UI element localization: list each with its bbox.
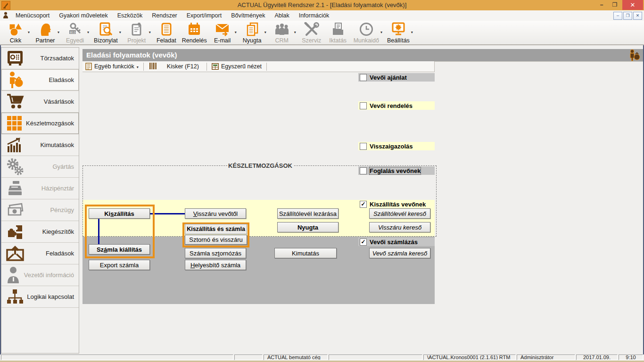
close-button[interactable]	[622, 0, 643, 10]
flow-step-label: Foglalás vevőnek	[370, 167, 421, 174]
sidebar-item-torzsadatok[interactable]: Törzsadatok	[1, 48, 79, 69]
kiszallitas-button[interactable]: Kiszállítás	[89, 208, 150, 219]
button-label: Helyesbítő számla	[190, 262, 240, 269]
export-szamla-button[interactable]: Export számla	[89, 260, 150, 270]
menu-export-import[interactable]: Export/import	[182, 10, 226, 21]
toolbar-item-egyedi: 0110 Egyedi	[64, 22, 86, 44]
menu-bovitmenyek[interactable]: Bővítmények	[226, 10, 270, 21]
flow-step-vevoi-szamlazas[interactable]: ✓ Vevői számlázás	[358, 238, 435, 246]
minimize-button[interactable]	[596, 0, 607, 10]
menu-gyakori-muveletek[interactable]: Gyakori műveletek	[54, 10, 113, 21]
egyedi-dropdown-arrow[interactable]	[87, 30, 89, 34]
szallitolevel-kereso-button[interactable]: Szállítólevél kereső	[369, 208, 430, 219]
menu-informaciok[interactable]: Információk	[294, 10, 334, 21]
bizonylat-dropdown-arrow[interactable]	[119, 30, 121, 34]
puzzle-icon	[6, 223, 27, 241]
receipts-icon	[245, 22, 259, 37]
crm-dropdown-arrow[interactable]	[294, 30, 296, 34]
sidebar-item-hazipenztar: Házipénztár	[1, 178, 79, 199]
sidebar-label: Pénzügy	[50, 206, 74, 214]
money-icon	[6, 202, 27, 218]
helyesbito-szamla-button[interactable]: Helyesbítő számla	[185, 260, 246, 270]
visszaru-vevotol-button[interactable]: Visszáru vevőtől	[185, 208, 246, 219]
mdi-restore-button[interactable]	[623, 12, 632, 20]
view-icon	[212, 63, 219, 70]
status-segment-empty	[329, 354, 422, 360]
other-functions-button[interactable]: Egyéb funkciók	[83, 62, 141, 72]
cikk-dropdown-arrow[interactable]	[28, 30, 30, 34]
mdi-close-button[interactable]	[633, 12, 642, 20]
flow-step-foglalas-vevonek[interactable]: Foglalás vevőnek	[358, 166, 435, 175]
main-toolbar: Cikk Partner 0110 Egyedi Bizonylat	[0, 21, 644, 45]
toolbar-item-partner[interactable]: Partner	[34, 22, 56, 44]
projekt-dropdown-arrow[interactable]	[149, 30, 151, 34]
szamla-sztornozas-button[interactable]: Számla sztornózás	[185, 248, 246, 258]
cart-icon	[6, 93, 27, 111]
sidebar-label: Vezetői információ	[24, 272, 74, 279]
menu-eszkozok[interactable]: Eszközök	[113, 10, 148, 21]
sidebar-item-keszletmozgasok[interactable]: Készletmozgások	[1, 113, 79, 134]
toolbar-item-bizonylat[interactable]: Bizonylat	[94, 22, 118, 44]
menu-ablak[interactable]: Ablak	[270, 10, 294, 21]
nyugta-dropdown-arrow[interactable]	[264, 30, 266, 34]
module-sidebar: Törzsadatok Eladások Vásárlások Készletm…	[1, 47, 79, 354]
toolbar-label: Egyedi	[66, 37, 84, 44]
kimutatas-button[interactable]: Kimutatás	[274, 248, 337, 258]
toolbar-item-cikk[interactable]: Cikk	[5, 22, 26, 44]
toolbar-label: Iktatás	[329, 37, 347, 44]
toolbar-item-feladat[interactable]: Feladat	[156, 22, 177, 44]
checkbox[interactable]	[360, 167, 367, 174]
menu-person-icon	[3, 12, 9, 20]
flow-step-vevoi-rendeles[interactable]: Vevői rendelés	[358, 101, 435, 110]
sidebar-item-logikai-kapcsolat[interactable]: Logikai kapcsolat	[1, 286, 79, 308]
vevo-szamla-kereso-button[interactable]: Vevő számla kereső	[369, 248, 430, 258]
simple-view-button[interactable]: Egyszerű nézet	[209, 62, 264, 72]
mdi-minimize-button[interactable]	[613, 12, 622, 20]
menu-menucsoport[interactable]: Menücsoport	[11, 10, 54, 21]
email-dropdown-arrow[interactable]	[235, 30, 237, 34]
toolbar-item-beallitas[interactable]: Beállítás	[387, 22, 410, 44]
button-label: Számla kiállítás	[97, 246, 142, 253]
toolbar-label: Beállítás	[387, 37, 410, 44]
barcode-icon	[149, 63, 157, 71]
checkbox[interactable]: ✓	[360, 239, 367, 246]
page-header: Eladási folyamatok (vevők)	[83, 49, 643, 61]
visszaru-kereso-button[interactable]: Visszáru kereső	[369, 222, 430, 232]
menu-rendszer[interactable]: Rendszer	[147, 10, 182, 21]
toolbar-item-email[interactable]: E-mail	[212, 22, 233, 44]
partner-dropdown-arrow[interactable]	[58, 30, 59, 34]
list-icon	[85, 63, 92, 70]
archive-icon	[331, 22, 345, 37]
sidebar-item-kimutatasok[interactable]: Kimutatások	[1, 134, 79, 156]
sidebar-label: Logikai kapcsolat	[27, 293, 74, 300]
szamla-kiallitas-button[interactable]: Számla kiállítás	[89, 244, 150, 255]
checkbox[interactable]	[360, 143, 367, 150]
nyugta-button[interactable]: Nyugta	[277, 222, 339, 232]
restore-button[interactable]	[609, 0, 620, 10]
checkbox[interactable]	[360, 74, 367, 81]
toolbar-item-rendeles[interactable]: Rendelés	[182, 22, 207, 44]
sidebar-item-kiegeszitok[interactable]: Kiegészítők	[1, 221, 79, 243]
kisker-button[interactable]: Kisker (F12)	[164, 62, 202, 72]
kiszallitas-es-szamla-label: Kiszállítás és számla	[185, 224, 247, 234]
toolbar-item-nyugta[interactable]: Nyugta	[241, 22, 263, 44]
toolbar-item-munkaido: Munkaidő	[354, 22, 379, 44]
sidebar-item-feladasok[interactable]: Feladások	[1, 243, 79, 264]
sztorno-es-visszaru-button[interactable]: Sztornó és visszáru	[185, 235, 247, 245]
checkbox[interactable]: ✓	[360, 201, 367, 208]
flow-step-kiszallitas-vevonek[interactable]: ✓ Kiszállítás vevőnek	[358, 200, 435, 208]
grid-icon	[6, 115, 26, 132]
sidebar-item-eladasok[interactable]: Eladások	[1, 69, 79, 91]
sidebar-item-vasarlasok[interactable]: Vásárlások	[1, 91, 79, 113]
simple-view-label: Egyszerű nézet	[221, 63, 262, 70]
envelope-icon	[215, 22, 230, 37]
beallitas-dropdown-arrow[interactable]	[411, 30, 413, 34]
checkbox[interactable]	[360, 102, 367, 109]
szallitolevel-lezarasa-button[interactable]: Szállítólevél lezárása	[277, 208, 339, 219]
flow-step-vevoi-ajanlat[interactable]: Vevői ajánlat	[358, 73, 435, 82]
munkaido-dropdown-arrow[interactable]	[380, 30, 382, 34]
safe-icon	[6, 50, 27, 67]
flow-step-visszaigazolas[interactable]: Visszaigazolás	[358, 142, 435, 150]
mdi-window-controls	[613, 12, 642, 20]
toolbar-label: Partner	[36, 37, 55, 44]
